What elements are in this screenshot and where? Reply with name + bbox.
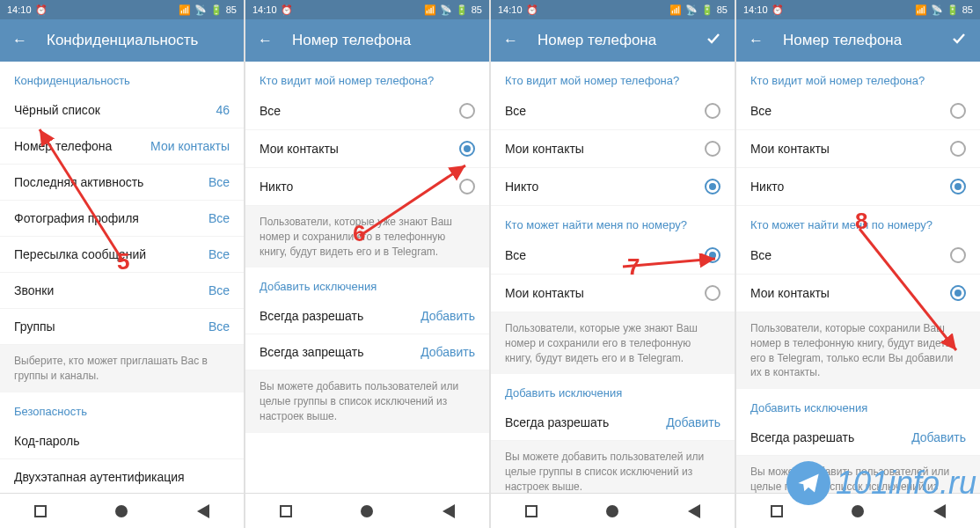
radio-icon <box>950 285 966 301</box>
signal-icon: 📶 <box>669 4 682 16</box>
nav-back-icon[interactable] <box>442 504 455 518</box>
back-icon[interactable]: ← <box>258 32 273 49</box>
nav-recent-icon[interactable] <box>34 505 47 517</box>
nav-home-icon[interactable] <box>115 505 128 517</box>
item-lastseen[interactable]: Последняя активностьВсе <box>0 165 244 201</box>
item-forward[interactable]: Пересылка сообщенийВсе <box>0 237 244 273</box>
value: Все <box>208 247 230 261</box>
option-contacts[interactable]: Мои контакты <box>736 130 980 168</box>
item-always-allow[interactable]: Всегда разрешатьДобавить <box>491 405 735 441</box>
battery-icon: 🔋 <box>701 4 713 16</box>
label: Мои контакты <box>750 286 830 300</box>
label: Пересылка сообщений <box>14 247 146 261</box>
nav-back-icon[interactable] <box>933 504 946 518</box>
nav-home-icon[interactable] <box>606 505 618 517</box>
radio-icon <box>950 141 966 157</box>
radio-icon <box>705 247 720 263</box>
item-photo[interactable]: Фотография профиляВсе <box>0 201 244 237</box>
navbar <box>736 493 980 528</box>
add-link: Добавить <box>911 430 966 444</box>
battery-percent: 85 <box>226 4 237 15</box>
back-icon[interactable]: ← <box>12 32 27 49</box>
item-passcode[interactable]: Код-пароль <box>0 423 244 459</box>
status-bar: 14:10⏰ 📶📡🔋85 <box>0 0 244 19</box>
titlebar: ← Номер телефона <box>736 19 980 62</box>
option-nobody[interactable]: Никто <box>245 168 489 206</box>
label: Всегда разрешать <box>260 309 363 323</box>
option-nobody[interactable]: Никто <box>491 168 735 206</box>
item-calls[interactable]: ЗвонкиВсе <box>0 273 244 309</box>
titlebar: ← Номер телефона <box>245 19 489 62</box>
nav-recent-icon[interactable] <box>771 505 783 517</box>
alarm-icon: ⏰ <box>281 4 293 16</box>
battery-percent: 85 <box>962 4 973 15</box>
clock: 14:10 <box>252 4 277 15</box>
label: Мои контакты <box>260 142 339 156</box>
back-icon[interactable]: ← <box>503 32 518 49</box>
hint-phone: Пользователи, которые уже знают Ваш номе… <box>245 206 489 268</box>
signal-icon: 📶 <box>179 4 191 16</box>
value: Все <box>208 175 230 189</box>
label: Чёрный список <box>14 103 100 117</box>
section-exceptions: Добавить исключения <box>491 374 735 405</box>
nav-recent-icon[interactable] <box>280 505 292 517</box>
label: Всегда запрещать <box>260 345 364 359</box>
item-always-allow[interactable]: Всегда разрешатьДобавить <box>245 298 489 334</box>
option-find-everybody[interactable]: Все <box>491 237 735 275</box>
section-who-sees: Кто видит мой номер телефона? <box>736 62 980 92</box>
option-contacts[interactable]: Мои контакты <box>491 130 735 168</box>
radio-icon <box>950 179 966 194</box>
add-link: Добавить <box>421 309 475 323</box>
option-everybody[interactable]: Все <box>245 92 489 130</box>
label: Мои контакты <box>505 142 584 156</box>
option-contacts[interactable]: Мои контакты <box>245 130 489 168</box>
confirm-icon[interactable] <box>705 30 722 52</box>
label: Звонки <box>14 283 54 297</box>
label: Код-пароль <box>14 434 80 448</box>
status-bar: 14:10⏰ 📶📡🔋85 <box>736 0 980 19</box>
label: Все <box>260 104 281 118</box>
confirm-icon[interactable] <box>950 30 968 52</box>
add-link: Добавить <box>421 345 475 359</box>
status-bar: 14:10⏰ 📶📡🔋85 <box>491 0 735 19</box>
label: Последняя активность <box>14 175 143 189</box>
option-find-everybody[interactable]: Все <box>736 237 980 275</box>
value: Все <box>208 283 230 297</box>
nav-back-icon[interactable] <box>197 504 209 518</box>
label: Всегда разрешать <box>750 430 854 444</box>
nav-home-icon[interactable] <box>361 505 373 517</box>
item-blacklist[interactable]: Чёрный список46 <box>0 92 244 128</box>
label: Фотография профиля <box>14 211 139 225</box>
item-2fa[interactable]: Двухэтапная аутентификация <box>0 459 244 493</box>
label: Все <box>505 104 526 118</box>
item-phone[interactable]: Номер телефонаМои контакты <box>0 128 244 165</box>
hint-exceptions: Вы можете добавить пользователей или цел… <box>736 456 980 493</box>
hint-exceptions: Вы можете добавить пользователей или цел… <box>245 370 489 432</box>
battery-percent: 85 <box>472 4 482 15</box>
nav-home-icon[interactable] <box>852 505 864 517</box>
content: Конфиденциальность Чёрный список46 Номер… <box>0 62 244 493</box>
nav-back-icon[interactable] <box>688 504 700 518</box>
clock: 14:10 <box>7 4 32 15</box>
option-find-contacts[interactable]: Мои контакты <box>491 275 735 312</box>
item-groups[interactable]: ГруппыВсе <box>0 309 244 345</box>
battery-icon: 🔋 <box>456 4 468 16</box>
option-everybody[interactable]: Все <box>736 92 980 130</box>
item-always-deny[interactable]: Всегда запрещатьДобавить <box>245 334 489 370</box>
nav-recent-icon[interactable] <box>525 505 538 517</box>
option-nobody[interactable]: Никто <box>736 168 980 206</box>
option-find-contacts[interactable]: Мои контакты <box>736 275 980 312</box>
label: Номер телефона <box>14 139 112 153</box>
screen-phone-3: 14:10⏰ 📶📡🔋85 ← Номер телефона Кто видит … <box>736 0 980 528</box>
status-bar: 14:10⏰ 📶📡🔋85 <box>245 0 489 19</box>
back-icon[interactable]: ← <box>749 32 764 49</box>
wifi-icon: 📡 <box>931 4 943 16</box>
section-exceptions: Добавить исключения <box>245 268 489 298</box>
screen-phone-2: 14:10⏰ 📶📡🔋85 ← Номер телефона Кто видит … <box>491 0 735 528</box>
label: Все <box>750 248 772 262</box>
section-privacy: Конфиденциальность <box>0 62 244 92</box>
radio-icon <box>950 103 966 119</box>
item-always-allow[interactable]: Всегда разрешатьДобавить <box>736 420 980 456</box>
page-title: Номер телефона <box>783 32 902 49</box>
option-everybody[interactable]: Все <box>491 92 735 130</box>
